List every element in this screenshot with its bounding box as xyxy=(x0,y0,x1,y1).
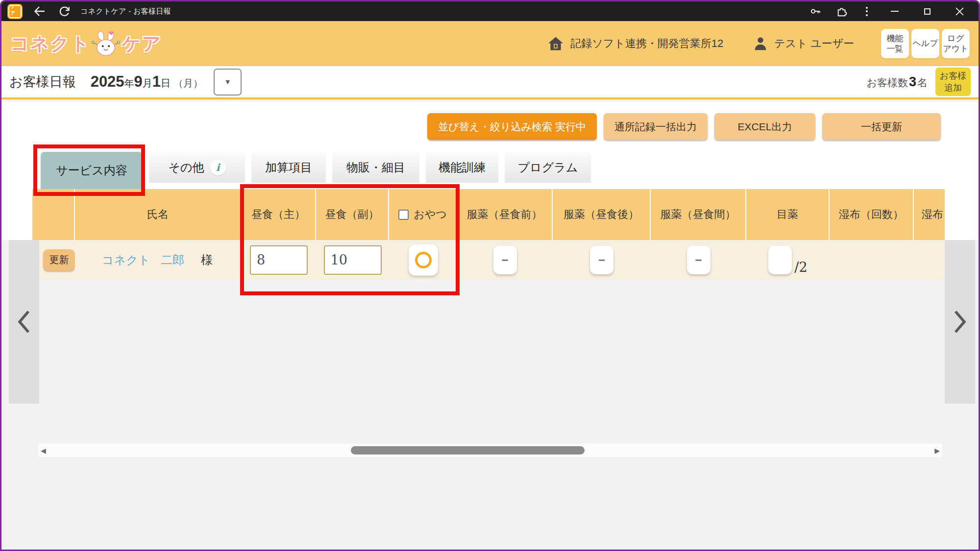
tab-function-training-label: 機能訓練 xyxy=(439,160,486,175)
scrollbar-left-arrow[interactable]: ◀ xyxy=(41,447,46,454)
table-row: 更新 コネクト 二郎 様 xyxy=(32,240,945,280)
bulk-update-button[interactable]: 一括更新 xyxy=(822,113,941,140)
snack-checkbox[interactable] xyxy=(398,210,409,220)
cell-compress-count xyxy=(830,240,914,280)
header-eye-drops: 目薬 xyxy=(746,189,830,240)
help-label: ヘルプ xyxy=(912,38,938,48)
tab-bar: サービス内容 その他 i 加算項目 物販・細目 機能訓練 プログラム xyxy=(41,152,591,189)
help-button[interactable]: ヘルプ xyxy=(911,29,939,58)
customer-count-label: お客様数 xyxy=(866,76,908,90)
header-compress-clipped: 湿布 xyxy=(914,189,945,240)
chevron-right-icon xyxy=(952,309,968,335)
date-bar: お客様日報 2025 年 9 月 1 日 （月） ▼ お客様数 3 名 お客様 … xyxy=(1,66,979,99)
office-name: 記録ソフト連携・開発営業所12 xyxy=(570,36,723,51)
scrollbar-right-arrow[interactable]: ▶ xyxy=(934,447,940,454)
toolbar: 並び替え・絞り込み検索 実行中 通所記録一括出力 EXCEL出力 一括更新 xyxy=(32,113,941,140)
password-key-icon[interactable] xyxy=(808,3,823,19)
add-customer-button[interactable]: お客様 追加 xyxy=(935,68,971,96)
browser-window: ケア コネクトケア - お客様日報 コネ xyxy=(0,0,980,551)
mascot-icon xyxy=(91,29,122,58)
content-background xyxy=(1,240,979,550)
scrollbar-thumb[interactable] xyxy=(351,446,585,455)
tab-program-label: プログラム xyxy=(518,160,578,175)
customer-count-unit: 名 xyxy=(917,76,928,90)
meds-between-toggle-button[interactable]: − xyxy=(687,246,710,274)
cell-name: コネクト 二郎 様 xyxy=(75,240,242,280)
date-month-unit: 月 xyxy=(143,77,152,90)
daily-report-table: 氏名 昼食（主） 昼食（副） おやつ 服薬（昼食前） 服薬（昼食後） 服薬（昼食… xyxy=(32,189,945,280)
snack-circle-value xyxy=(415,252,432,268)
logout-line2: アウト xyxy=(943,44,968,53)
home-icon xyxy=(547,35,564,52)
report-date: 2025 年 9 月 1 日 （月） xyxy=(91,73,203,91)
sort-filter-button[interactable]: 並び替え・絞り込み検索 実行中 xyxy=(427,113,597,140)
refresh-icon[interactable] xyxy=(54,3,74,19)
lunch-main-input[interactable] xyxy=(250,245,308,275)
close-button[interactable] xyxy=(949,3,970,19)
customer-first-name-link[interactable]: 二郎 xyxy=(161,252,184,268)
tab-others-label: その他 xyxy=(168,160,204,175)
user-info: テスト ユーザー xyxy=(753,36,854,51)
date-year: 2025 xyxy=(91,73,124,91)
tab-function-training[interactable]: 機能訓練 xyxy=(426,152,498,183)
customer-count: お客様数 3 名 xyxy=(866,74,928,90)
main-content: 並び替え・絞り込み検索 実行中 通所記録一括出力 EXCEL出力 一括更新 サー… xyxy=(1,101,979,550)
horizontal-scrollbar[interactable]: ◀ ▶ xyxy=(38,444,942,457)
cell-meds-before: − xyxy=(457,240,553,280)
tab-sales-details[interactable]: 物販・細目 xyxy=(332,152,419,183)
meds-between-value: − xyxy=(695,253,702,267)
tab-addition-items-label: 加算項目 xyxy=(265,160,312,175)
export-excel-button[interactable]: EXCEL出力 xyxy=(714,113,815,140)
app-header: コネクト ケア xyxy=(1,21,979,66)
back-icon[interactable] xyxy=(29,3,50,19)
scroll-left-panel[interactable] xyxy=(9,240,39,404)
tab-addition-items[interactable]: 加算項目 xyxy=(251,152,326,183)
user-name: テスト ユーザー xyxy=(774,36,854,51)
date-year-unit: 年 xyxy=(124,77,134,90)
date-weekday: （月） xyxy=(173,77,203,90)
browser-titlebar: ケア コネクトケア - お客様日報 xyxy=(1,1,979,21)
app-favicon-label: ケア xyxy=(10,3,20,17)
meds-after-toggle-button[interactable]: − xyxy=(590,246,613,274)
functions-list-button[interactable]: 機能 一覧 xyxy=(881,29,909,58)
date-day-unit: 日 xyxy=(161,77,171,90)
logo-text-right: ケア xyxy=(122,31,162,56)
meds-before-toggle-button[interactable]: − xyxy=(493,246,517,274)
header-lunch-side: 昼食（副） xyxy=(316,189,389,240)
date-month: 9 xyxy=(134,73,143,91)
extensions-puzzle-icon[interactable] xyxy=(834,3,849,19)
row-update-button[interactable]: 更新 xyxy=(43,249,75,271)
customer-last-name-link[interactable]: コネクト xyxy=(102,252,150,268)
eye-drops-button[interactable] xyxy=(768,246,792,274)
scroll-right-panel[interactable] xyxy=(945,240,975,404)
meds-after-value: − xyxy=(598,253,605,267)
add-customer-line1: お客様 xyxy=(940,71,966,81)
logout-button[interactable]: ログ アウト xyxy=(942,29,970,58)
honorific-label: 様 xyxy=(201,252,213,268)
app-logo: コネクト ケア xyxy=(10,29,162,58)
eye-drops-suffix: /2 xyxy=(794,260,807,275)
date-day: 1 xyxy=(152,73,161,91)
logo-text-left: コネクト xyxy=(10,31,91,56)
header-update-col xyxy=(32,189,75,240)
minimize-button[interactable] xyxy=(884,3,905,19)
export-visit-records-button[interactable]: 通所記録一括出力 xyxy=(604,113,708,140)
tab-others[interactable]: その他 i xyxy=(149,152,245,183)
cell-snack xyxy=(389,240,457,280)
add-customer-line2: 追加 xyxy=(944,83,962,93)
user-icon xyxy=(753,36,768,51)
tab-program[interactable]: プログラム xyxy=(505,152,591,183)
snack-toggle-button[interactable] xyxy=(409,244,438,276)
office-info: 記録ソフト連携・開発営業所12 xyxy=(547,35,723,52)
header-compress-count: 湿布（回数） xyxy=(830,189,914,240)
info-icon[interactable]: i xyxy=(210,160,226,175)
maximize-button[interactable] xyxy=(917,3,937,19)
tab-service-content[interactable]: サービス内容 xyxy=(41,152,143,189)
browser-menu-icon[interactable] xyxy=(861,3,873,19)
browser-tab-title: コネクトケア - お客様日報 xyxy=(80,7,171,16)
cell-eye-drops: /2 xyxy=(746,240,830,280)
header-name: 氏名 xyxy=(75,189,242,240)
tab-sales-details-label: 物販・細目 xyxy=(346,160,405,175)
date-dropdown-button[interactable]: ▼ xyxy=(214,69,242,96)
lunch-side-input[interactable] xyxy=(324,245,382,275)
